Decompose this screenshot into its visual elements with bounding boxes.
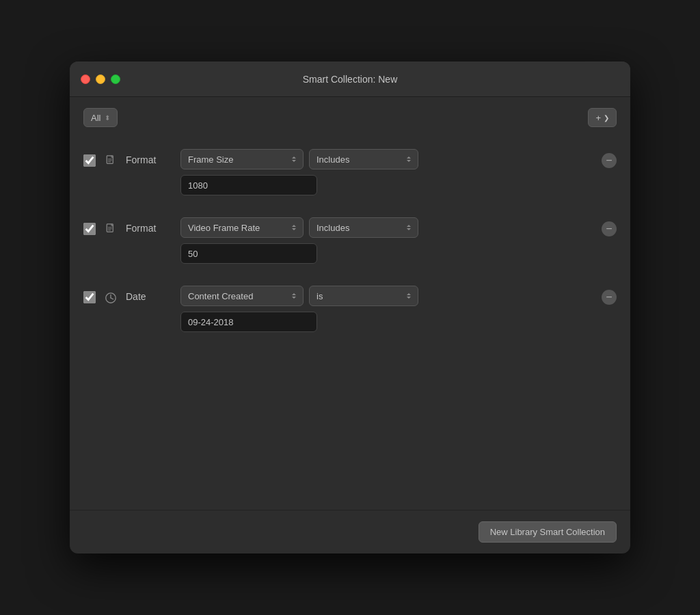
close-button[interactable] [81, 74, 90, 84]
add-rule-button[interactable]: + ❯ [588, 108, 617, 127]
rule-3-condition-select[interactable]: is is before is after [309, 286, 418, 306]
rule-3-remove-button[interactable]: − [602, 290, 617, 305]
rule-1-field-select[interactable]: Frame Size Video Frame Rate Audio Sample… [180, 149, 304, 169]
all-label: All [91, 113, 100, 123]
rule-row: Date Content Created Date Imported Date … [83, 277, 617, 340]
rule-3-field-select[interactable]: Content Created Date Imported Date Modif… [180, 286, 304, 306]
rule-2-value-input[interactable] [180, 243, 317, 264]
new-library-smart-collection-button[interactable]: New Library Smart Collection [479, 521, 617, 543]
chevron-down-icon: ❯ [604, 114, 609, 122]
rule-3-category: Date [126, 291, 180, 302]
rule-2-fields: Frame Size Video Frame Rate Audio Sample… [180, 217, 595, 264]
minimize-button[interactable] [96, 74, 105, 84]
rule-1-value-input[interactable] [180, 175, 317, 195]
window-title: Smart Collection: New [303, 74, 398, 85]
clock-icon [103, 290, 119, 306]
window-controls [81, 74, 120, 84]
rule-2-field-select[interactable]: Frame Size Video Frame Rate Audio Sample… [180, 217, 304, 238]
rule-2-condition-select[interactable]: Includes Does Not Include Is [309, 217, 418, 238]
rule-1-remove-button[interactable]: − [602, 153, 617, 168]
rule-2-selects: Frame Size Video Frame Rate Audio Sample… [180, 217, 595, 238]
document-icon [103, 153, 119, 169]
rule-row: Format Frame Size Video Frame Rate Audio… [83, 209, 617, 272]
svg-line-10 [111, 298, 113, 299]
rule-3-selects: Content Created Date Imported Date Modif… [180, 286, 595, 306]
rule-1-fields: Frame Size Video Frame Rate Audio Sample… [180, 149, 595, 195]
footer: New Library Smart Collection [70, 510, 630, 554]
rule-2-checkbox[interactable] [83, 223, 96, 235]
document-icon [103, 221, 119, 238]
rule-3-checkbox[interactable] [83, 291, 96, 303]
rule-1-checkbox[interactable] [83, 154, 96, 167]
rule-2-category: Format [126, 223, 180, 234]
plus-icon: + [595, 113, 601, 123]
rule-3-fields: Content Created Date Imported Date Modif… [180, 286, 595, 332]
top-bar: All ⬍ + ❯ [83, 108, 617, 127]
titlebar: Smart Collection: New [70, 62, 630, 97]
maximize-button[interactable] [111, 74, 120, 84]
rule-2-remove-button[interactable]: − [602, 221, 617, 236]
rule-1-category: Format [126, 154, 180, 165]
smart-collection-window: Smart Collection: New All ⬍ + ❯ [70, 62, 630, 554]
content-area: All ⬍ + ❯ Format [70, 97, 630, 510]
all-select[interactable]: All ⬍ [83, 108, 118, 127]
rule-row: Format Frame Size Video Frame Rate Audio… [83, 141, 617, 204]
rule-1-condition-select[interactable]: Includes Does Not Include Is [309, 149, 418, 169]
chevron-icon: ⬍ [105, 114, 110, 122]
rule-3-value-input[interactable] [180, 312, 317, 332]
rule-1-selects: Frame Size Video Frame Rate Audio Sample… [180, 149, 595, 169]
